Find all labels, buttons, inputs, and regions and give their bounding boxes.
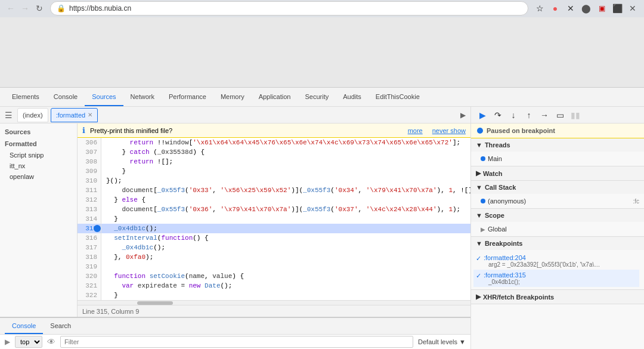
tab-elements[interactable]: Elements (5, 88, 47, 106)
scope-header[interactable]: ▼ Scope (471, 209, 644, 222)
code-content[interactable]: return !!window['\x61\x64\x64\x45\x76\x6… (101, 138, 470, 300)
sources-toolbar: ☰ (index) :formatted ✕ ▶ (0, 107, 470, 123)
code-scrollbar[interactable] (78, 300, 470, 305)
tab-sources[interactable]: Sources (85, 88, 123, 106)
line-num-318: 318 (78, 252, 101, 262)
code-line-315: _0x4db1c(); (101, 224, 470, 233)
step-into-btn[interactable]: ↓ (507, 109, 520, 122)
refresh-button[interactable]: ↻ (33, 2, 45, 14)
bp-check-1[interactable]: ✓ (476, 255, 481, 262)
ext-icon2[interactable]: ✕ (564, 2, 577, 15)
line-num-312: 312 (78, 195, 101, 205)
breakpoints-header[interactable]: ▼ Breakpoints (471, 237, 644, 250)
url-text: https://bbs.nubia.cn (69, 4, 522, 13)
tab-application[interactable]: Application (252, 88, 298, 106)
watch-section: ▶ Watch (471, 166, 644, 181)
bp-code-1: arg2 = _0x23a392[_0x55f3('0x1b', '\x7a\x… (484, 261, 603, 268)
xhr-breakpoints-header[interactable]: ▶ XHR/fetch Breakpoints (471, 290, 644, 304)
line-num-310: 310 (78, 176, 101, 186)
more-link[interactable]: more (408, 127, 423, 134)
breakpoints-content: ✓ :formatted:204 arg2 = _0x23a392[_0x55f… (471, 250, 644, 289)
back-button[interactable]: ← (5, 2, 17, 14)
address-bar[interactable]: 🔒 https://bbs.nubia.cn (50, 1, 528, 16)
ext-icon5[interactable]: ⬛ (611, 2, 624, 15)
code-line-308: return ![]; (101, 157, 470, 166)
debug-toolbar: ▶ ↷ ↓ ↑ → ▭ ▮▮ (471, 107, 644, 123)
close-icon[interactable]: ✕ (626, 2, 639, 15)
code-line-309: } (101, 166, 470, 176)
code-line-310: }(); (101, 176, 470, 186)
deactivate-btn[interactable]: ▭ (553, 109, 566, 122)
eye-icon[interactable]: 👁 (47, 337, 55, 347)
bp-file-1[interactable]: :formatted:204 (484, 254, 637, 261)
threads-label: Threads (485, 141, 510, 149)
close-tab-icon[interactable]: ✕ (88, 112, 92, 118)
file-tree-openlaw[interactable]: openlaw (0, 171, 77, 182)
tab-performance[interactable]: Performance (162, 88, 213, 106)
debugger-panel: ▶ ↷ ↓ ↑ → ▭ ▮▮ Paused on breakpoint ▼ (471, 107, 644, 349)
never-show-link[interactable]: never show (432, 127, 466, 134)
context-select[interactable]: top (15, 336, 42, 348)
forward-button[interactable]: → (19, 2, 31, 14)
tab-console[interactable]: Console (47, 88, 85, 106)
line-num-321: 321 (78, 281, 101, 291)
line-num-309: 309 (78, 166, 101, 176)
step-over-btn[interactable]: ↷ (491, 109, 504, 122)
bp-check-2[interactable]: ✓ (476, 272, 481, 280)
code-line-320: function setCookie(name, value) { (101, 271, 470, 281)
file-tree-script-snippets[interactable]: Script snipp (0, 150, 77, 160)
ext-icon3[interactable]: ⬤ (580, 2, 593, 15)
line-num-319: 319 (78, 262, 101, 271)
breakpoint-item-2: ✓ :formatted:315 _0x4db1c(); (473, 270, 639, 287)
line-num-315: 315 (78, 224, 101, 233)
file-tab-index[interactable]: (index) (17, 108, 48, 122)
call-stack-section: ▼ Call Stack (anonymous) :fc (471, 181, 644, 209)
line-num-317: 317 (78, 243, 101, 252)
step-btn[interactable]: → (538, 109, 551, 122)
console-tab-search[interactable]: Search (43, 318, 78, 334)
pause-exceptions-btn[interactable]: ▮▮ (569, 109, 582, 122)
toggle-sidebar-btn[interactable]: ☰ (2, 110, 15, 120)
status-bar: Line 315, Column 9 (78, 305, 470, 317)
tab-audits[interactable]: Audits (336, 88, 369, 106)
threads-header[interactable]: ▼ Threads (471, 138, 644, 152)
filter-input[interactable] (60, 336, 413, 348)
file-tab-formatted[interactable]: :formatted ✕ (51, 108, 98, 122)
code-line-312: } else { (101, 195, 470, 205)
breakpoints-label: Breakpoints (485, 240, 523, 247)
devtools-body: ☰ (index) :formatted ✕ ▶ (0, 107, 644, 349)
file-tree-itt-nx[interactable]: itt_nx (0, 160, 77, 171)
code-line-318: }, 0xfa0); (101, 252, 470, 262)
thread-indicator (481, 156, 485, 161)
step-out-btn[interactable]: ↑ (522, 109, 535, 122)
ext-icon1[interactable]: ● (549, 2, 562, 15)
tab-network[interactable]: Network (123, 88, 162, 106)
tab-security[interactable]: Security (298, 88, 336, 106)
scope-global-item[interactable]: ▶ Global (481, 224, 639, 234)
console-tab-console[interactable]: Console (5, 318, 43, 334)
line-num-313: 313 (78, 205, 101, 214)
bp-info-1: :formatted:204 arg2 = _0x23a392[_0x55f3(… (484, 254, 637, 268)
call-stack-header[interactable]: ▼ Call Stack (471, 181, 644, 194)
tab-memory[interactable]: Memory (213, 88, 252, 106)
star-icon[interactable]: ☆ (533, 2, 546, 15)
code-line-307: } catch (_0x35538d) { (101, 147, 470, 157)
browser-window: ← → ↻ 🔒 https://bbs.nubia.cn ☆ ● ✕ ⬤ ▣ ⬛… (0, 0, 644, 349)
resume-btn[interactable]: ▶ (476, 109, 489, 122)
status-text: Line 315, Column 9 (82, 308, 139, 315)
file-tab-index-label: (index) (23, 112, 43, 119)
ext-icon4[interactable]: ▣ (595, 2, 608, 15)
log-level-dropdown[interactable]: Default levels ▼ (418, 338, 466, 345)
watch-header[interactable]: ▶ Watch (471, 166, 644, 180)
scrollbar-thumb[interactable] (137, 301, 173, 305)
watch-arrow: ▶ (476, 169, 481, 177)
thread-main-label: Main (488, 155, 502, 162)
bp-file-2[interactable]: :formatted:315 (484, 271, 637, 279)
xhr-breakpoints-section: ▶ XHR/fetch Breakpoints (471, 290, 644, 304)
tab-editthiscookie[interactable]: EditThisCookie (369, 88, 427, 106)
open-file-btn[interactable]: ▶ (458, 111, 468, 119)
code-line-306: return !!window['\x61\x64\x64\x45\x76\x6… (101, 138, 470, 147)
breakpoints-arrow: ▼ (476, 240, 482, 247)
threads-content: Main (471, 152, 644, 166)
xhr-arrow: ▶ (476, 293, 481, 301)
